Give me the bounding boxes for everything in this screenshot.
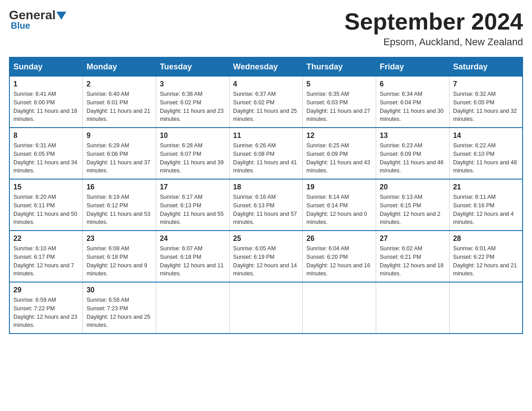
col-monday: Monday — [83, 57, 156, 77]
day-info: Sunrise: 6:41 AM Sunset: 6:00 PM Dayligh… — [13, 90, 79, 124]
week-row-5: 29 Sunrise: 6:59 AM Sunset: 7:22 PM Dayl… — [9, 282, 523, 334]
table-row: 16 Sunrise: 6:19 AM Sunset: 6:12 PM Dayl… — [83, 179, 156, 231]
table-row: 18 Sunrise: 6:16 AM Sunset: 6:13 PM Dayl… — [229, 179, 303, 231]
day-number: 1 — [13, 80, 79, 88]
day-info: Sunrise: 6:07 AM Sunset: 6:18 PM Dayligh… — [160, 244, 226, 278]
day-info: Sunrise: 6:37 AM Sunset: 6:02 PM Dayligh… — [233, 90, 299, 124]
logo-text-blue: Blue — [11, 21, 30, 31]
logo: General Blue — [9, 9, 66, 31]
day-number: 2 — [86, 80, 152, 88]
table-row — [303, 282, 376, 334]
col-tuesday: Tuesday — [156, 57, 229, 77]
day-info: Sunrise: 6:25 AM Sunset: 6:09 PM Dayligh… — [306, 141, 372, 175]
day-number: 18 — [233, 183, 299, 191]
table-row: 11 Sunrise: 6:26 AM Sunset: 6:08 PM Dayl… — [229, 128, 303, 179]
table-row: 8 Sunrise: 6:31 AM Sunset: 6:05 PM Dayli… — [9, 128, 83, 179]
day-number: 21 — [453, 183, 519, 191]
table-row: 28 Sunrise: 6:01 AM Sunset: 6:22 PM Dayl… — [449, 231, 523, 282]
table-row: 20 Sunrise: 6:13 AM Sunset: 6:15 PM Dayl… — [376, 179, 450, 231]
day-number: 24 — [160, 235, 226, 243]
table-row: 29 Sunrise: 6:59 AM Sunset: 7:22 PM Dayl… — [9, 282, 83, 334]
table-row — [376, 282, 450, 334]
table-row: 6 Sunrise: 6:34 AM Sunset: 6:04 PM Dayli… — [376, 77, 450, 128]
table-row: 5 Sunrise: 6:35 AM Sunset: 6:03 PM Dayli… — [303, 77, 376, 128]
month-title: September 2024 — [344, 9, 523, 34]
col-thursday: Thursday — [303, 57, 376, 77]
day-number: 12 — [306, 132, 372, 140]
table-row: 4 Sunrise: 6:37 AM Sunset: 6:02 PM Dayli… — [229, 77, 303, 128]
day-info: Sunrise: 6:29 AM Sunset: 6:06 PM Dayligh… — [86, 141, 152, 175]
calendar-table: Sunday Monday Tuesday Wednesday Thursday… — [9, 57, 523, 334]
col-friday: Friday — [376, 57, 450, 77]
table-row: 13 Sunrise: 6:23 AM Sunset: 6:09 PM Dayl… — [376, 128, 450, 179]
table-row: 22 Sunrise: 6:10 AM Sunset: 6:17 PM Dayl… — [9, 231, 83, 282]
day-info: Sunrise: 6:08 AM Sunset: 6:18 PM Dayligh… — [86, 244, 152, 278]
day-number: 5 — [306, 80, 372, 88]
table-row: 1 Sunrise: 6:41 AM Sunset: 6:00 PM Dayli… — [9, 77, 83, 128]
table-row: 19 Sunrise: 6:14 AM Sunset: 6:14 PM Dayl… — [303, 179, 376, 231]
day-number: 30 — [86, 286, 152, 294]
day-number: 28 — [453, 235, 519, 243]
day-number: 3 — [160, 80, 226, 88]
col-saturday: Saturday — [449, 57, 523, 77]
week-row-1: 1 Sunrise: 6:41 AM Sunset: 6:00 PM Dayli… — [9, 77, 523, 128]
table-row: 3 Sunrise: 6:38 AM Sunset: 6:02 PM Dayli… — [156, 77, 229, 128]
location: Epsom, Auckland, New Zealand — [344, 36, 523, 48]
day-info: Sunrise: 6:23 AM Sunset: 6:09 PM Dayligh… — [380, 141, 446, 175]
day-number: 8 — [13, 132, 79, 140]
table-row: 7 Sunrise: 6:32 AM Sunset: 6:05 PM Dayli… — [449, 77, 523, 128]
day-info: Sunrise: 6:13 AM Sunset: 6:15 PM Dayligh… — [380, 193, 446, 227]
table-row: 27 Sunrise: 6:02 AM Sunset: 6:21 PM Dayl… — [376, 231, 450, 282]
table-row: 30 Sunrise: 6:58 AM Sunset: 7:23 PM Dayl… — [83, 282, 156, 334]
day-info: Sunrise: 6:35 AM Sunset: 6:03 PM Dayligh… — [306, 90, 372, 124]
day-info: Sunrise: 6:10 AM Sunset: 6:17 PM Dayligh… — [13, 244, 79, 278]
table-row: 12 Sunrise: 6:25 AM Sunset: 6:09 PM Dayl… — [303, 128, 376, 179]
page-header: General Blue September 2024 Epsom, Auckl… — [9, 9, 523, 48]
day-info: Sunrise: 6:32 AM Sunset: 6:05 PM Dayligh… — [453, 90, 519, 124]
title-section: September 2024 Epsom, Auckland, New Zeal… — [344, 9, 523, 48]
table-row: 24 Sunrise: 6:07 AM Sunset: 6:18 PM Dayl… — [156, 231, 229, 282]
day-number: 13 — [380, 132, 446, 140]
day-number: 11 — [233, 132, 299, 140]
day-info: Sunrise: 6:22 AM Sunset: 6:10 PM Dayligh… — [453, 141, 519, 175]
day-info: Sunrise: 6:14 AM Sunset: 6:14 PM Dayligh… — [306, 193, 372, 227]
col-sunday: Sunday — [9, 57, 83, 77]
day-info: Sunrise: 6:58 AM Sunset: 7:23 PM Dayligh… — [86, 296, 152, 330]
day-number: 27 — [380, 235, 446, 243]
table-row: 9 Sunrise: 6:29 AM Sunset: 6:06 PM Dayli… — [83, 128, 156, 179]
table-row: 26 Sunrise: 6:04 AM Sunset: 6:20 PM Dayl… — [303, 231, 376, 282]
day-number: 22 — [13, 235, 79, 243]
table-row: 17 Sunrise: 6:17 AM Sunset: 6:13 PM Dayl… — [156, 179, 229, 231]
day-number: 16 — [86, 183, 152, 191]
day-number: 26 — [306, 235, 372, 243]
svg-marker-0 — [56, 12, 66, 20]
day-info: Sunrise: 6:28 AM Sunset: 6:07 PM Dayligh… — [160, 141, 226, 175]
day-info: Sunrise: 6:11 AM Sunset: 6:16 PM Dayligh… — [453, 193, 519, 227]
table-row — [449, 282, 523, 334]
week-row-3: 15 Sunrise: 6:20 AM Sunset: 6:11 PM Dayl… — [9, 179, 523, 231]
day-info: Sunrise: 6:20 AM Sunset: 6:11 PM Dayligh… — [13, 193, 79, 227]
day-info: Sunrise: 6:05 AM Sunset: 6:19 PM Dayligh… — [233, 244, 299, 278]
table-row: 23 Sunrise: 6:08 AM Sunset: 6:18 PM Dayl… — [83, 231, 156, 282]
day-number: 15 — [13, 183, 79, 191]
day-info: Sunrise: 6:17 AM Sunset: 6:13 PM Dayligh… — [160, 193, 226, 227]
table-row: 15 Sunrise: 6:20 AM Sunset: 6:11 PM Dayl… — [9, 179, 83, 231]
calendar-header-row: Sunday Monday Tuesday Wednesday Thursday… — [9, 57, 523, 77]
day-number: 9 — [86, 132, 152, 140]
table-row — [229, 282, 303, 334]
day-info: Sunrise: 6:38 AM Sunset: 6:02 PM Dayligh… — [160, 90, 226, 124]
logo-text-general: General — [9, 9, 56, 21]
week-row-4: 22 Sunrise: 6:10 AM Sunset: 6:17 PM Dayl… — [9, 231, 523, 282]
day-number: 7 — [453, 80, 519, 88]
day-number: 10 — [160, 132, 226, 140]
logo-arrow-icon — [56, 12, 66, 20]
week-row-2: 8 Sunrise: 6:31 AM Sunset: 6:05 PM Dayli… — [9, 128, 523, 179]
table-row — [156, 282, 229, 334]
table-row: 25 Sunrise: 6:05 AM Sunset: 6:19 PM Dayl… — [229, 231, 303, 282]
table-row: 14 Sunrise: 6:22 AM Sunset: 6:10 PM Dayl… — [449, 128, 523, 179]
day-number: 4 — [233, 80, 299, 88]
day-number: 6 — [380, 80, 446, 88]
day-info: Sunrise: 6:01 AM Sunset: 6:22 PM Dayligh… — [453, 244, 519, 278]
day-info: Sunrise: 6:34 AM Sunset: 6:04 PM Dayligh… — [380, 90, 446, 124]
day-info: Sunrise: 6:02 AM Sunset: 6:21 PM Dayligh… — [380, 244, 446, 278]
